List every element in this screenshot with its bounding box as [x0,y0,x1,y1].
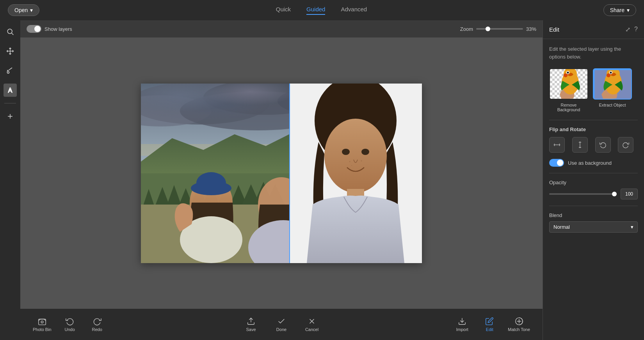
match-tone-button[interactable]: Match Tone [503,315,535,334]
flip-rotate-title: Flip and Rotate [549,126,638,132]
remove-bg-thumbnail [549,68,588,100]
blend-section: Blend Normal ▾ [549,212,638,233]
opacity-slider[interactable] [549,193,617,195]
svg-point-40 [349,161,350,162]
save-icon [247,317,255,326]
svg-point-36 [324,119,387,193]
svg-rect-7 [141,84,289,162]
left-toolbar [0,20,20,340]
photo-bin-button[interactable]: Photo Bin [28,315,56,334]
cancel-button[interactable]: Cancel [298,315,326,334]
svg-point-8 [141,84,270,125]
tool-cards: Remove Background [549,68,638,112]
tab-quick[interactable]: Quick [276,6,291,15]
right-panel-header: Edit ⤢ ? [543,20,644,39]
photo-right [289,84,422,263]
match-tone-label: Match Tone [508,327,530,332]
panel-restore-icon[interactable]: ⤢ [625,26,630,33]
zoom-slider[interactable] [476,28,523,30]
extract-object-card[interactable]: Extract Object [593,68,632,112]
show-layers-control: Show layers [27,25,72,33]
flip-horizontal-button[interactable] [549,137,565,153]
blend-value: Normal [553,224,570,230]
toolbar-divider [4,103,16,103]
undo-button[interactable]: Undo [56,315,84,334]
rotate-cw-button[interactable] [618,137,633,153]
use-background-row: Use as background [549,159,638,167]
import-label: Import [456,327,468,332]
brush-tool[interactable] [4,64,17,77]
opacity-slider-row: 100 [549,189,638,199]
done-label: Done [276,327,286,332]
blend-label: Blend [549,212,638,218]
photo-canvas[interactable] [141,84,422,263]
cancel-icon [308,317,316,326]
right-panel-content: Edit the selected layer using the option… [543,39,644,239]
opacity-value[interactable]: 100 [621,189,638,199]
edit-button[interactable]: Edit [476,315,503,334]
search-tool[interactable] [4,25,17,38]
section-divider-3 [549,206,638,206]
svg-point-37 [342,149,350,155]
open-chevron: ▾ [30,7,33,13]
save-button[interactable]: Save [237,315,265,334]
undo-label: Undo [65,327,75,332]
redo-label: Redo [92,327,102,332]
photo-bin-icon [38,317,46,326]
opacity-row: Opacity 100 [549,180,638,199]
split-divider [289,84,290,263]
show-layers-toggle[interactable] [27,25,41,33]
redo-button[interactable]: Redo [84,315,111,334]
svg-line-1 [12,33,14,35]
canvas-area: Show layers Zoom 33% [20,20,543,340]
svg-point-41 [361,160,362,161]
undo-icon [66,317,74,326]
remove-background-card[interactable]: Remove Background [549,68,588,112]
flip-vertical-button[interactable] [572,137,588,153]
panel-help-icon[interactable]: ? [634,26,638,33]
show-layers-label: Show layers [44,26,72,32]
cancel-label: Cancel [305,327,318,332]
save-label: Save [246,327,256,332]
blend-select[interactable]: Normal ▾ [549,221,638,233]
share-label: Share [610,7,624,13]
svg-point-54 [564,73,568,77]
done-icon [277,317,286,326]
photo-left-image [141,84,289,263]
extract-obj-thumbnail [593,68,632,100]
add-tool[interactable] [4,110,17,123]
import-button[interactable]: Import [448,315,476,334]
done-button[interactable]: Done [268,315,295,334]
redo-icon [93,317,101,326]
svg-point-59 [610,72,612,74]
remove-bg-label: Remove Background [549,103,588,112]
right-panel: Edit ⤢ ? Edit the selected layer using t… [543,20,644,340]
edit-icon [485,317,494,326]
canvas-viewport [20,37,543,309]
bottom-center-actions: Save Done Cancel [237,315,326,334]
import-icon [458,317,466,326]
blend-chevron-icon: ▾ [631,224,633,230]
zoom-control: Zoom 33% [460,26,536,32]
svg-point-9 [203,84,289,115]
open-button[interactable]: Open ▾ [8,4,39,16]
bottom-bar: Photo Bin Undo Redo [20,309,543,340]
svg-point-0 [7,29,12,34]
svg-rect-13 [141,144,289,156]
edit-tool[interactable] [4,84,17,97]
move-tool[interactable] [4,45,17,58]
tab-advanced[interactable]: Advanced [341,6,367,15]
tab-guided[interactable]: Guided [306,6,325,15]
match-tone-icon [515,317,523,326]
svg-point-38 [361,149,369,155]
opacity-label: Opacity [549,180,638,185]
section-divider-1 [549,120,638,120]
svg-point-11 [180,91,289,130]
rotate-ccw-button[interactable] [595,137,611,153]
share-button[interactable]: Share ▾ [603,4,636,16]
right-panel-icons: ⤢ ? [625,26,638,33]
canvas-toolbar: Show layers Zoom 33% [20,20,543,37]
use-background-toggle[interactable] [549,159,564,167]
svg-line-2 [9,68,12,71]
svg-point-42 [351,165,352,166]
